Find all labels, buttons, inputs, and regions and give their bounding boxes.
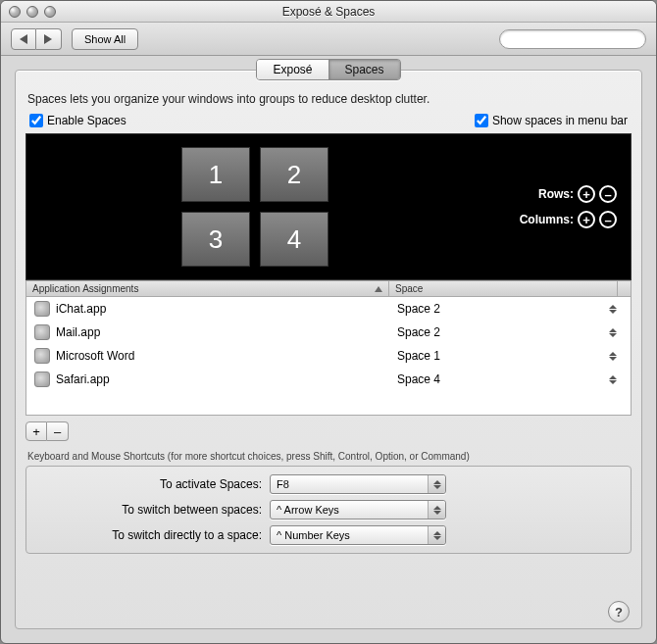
spaces-grid: 1 2 3 4 xyxy=(181,147,328,267)
direct-value: ^ Number Keys xyxy=(277,529,350,541)
columns-remove-button[interactable]: – xyxy=(599,211,617,228)
table-row[interactable]: Microsoft Word Space 1 xyxy=(26,344,631,368)
space-value: Space 2 xyxy=(397,325,440,339)
show-all-button[interactable]: Show All xyxy=(72,28,138,50)
app-icon xyxy=(34,348,50,364)
back-button[interactable] xyxy=(11,28,36,50)
space-2[interactable]: 2 xyxy=(260,147,328,202)
direct-popup[interactable]: ^ Number Keys xyxy=(270,525,446,545)
switch-row: To switch between spaces: ^ Arrow Keys xyxy=(36,500,621,520)
toolbar: Show All xyxy=(1,23,656,56)
pane: Exposé Spaces Spaces lets you organize y… xyxy=(15,70,642,629)
content-area: Exposé Spaces Spaces lets you organize y… xyxy=(1,56,656,643)
back-icon xyxy=(20,34,28,44)
space-stepper[interactable] xyxy=(609,352,619,361)
rowcol-controls: Rows: + – Columns: + – xyxy=(476,142,623,272)
traffic-lights xyxy=(9,6,56,18)
sort-ascending-icon xyxy=(375,286,382,292)
columns-label: Columns: xyxy=(520,213,574,226)
tab-bar: Exposé Spaces xyxy=(25,59,632,80)
columns-control: Columns: + – xyxy=(520,211,617,228)
scrollbar-header xyxy=(617,281,631,296)
direct-label: To switch directly to a space: xyxy=(36,528,262,542)
app-icon xyxy=(34,372,50,387)
col-application[interactable]: Application Assignments xyxy=(26,281,389,296)
add-app-button[interactable]: + xyxy=(25,421,47,441)
table-row[interactable]: Safari.app Space 4 xyxy=(26,368,631,391)
app-name: Microsoft Word xyxy=(56,349,134,363)
space-4[interactable]: 4 xyxy=(260,212,328,267)
forward-icon xyxy=(44,34,53,44)
table-row[interactable]: Mail.app Space 2 xyxy=(26,321,631,344)
zoom-button[interactable] xyxy=(44,6,56,18)
switch-popup[interactable]: ^ Arrow Keys xyxy=(270,500,446,520)
enable-spaces-checkbox[interactable] xyxy=(29,114,43,127)
menubar-checkbox[interactable] xyxy=(475,114,488,127)
space-stepper[interactable] xyxy=(609,375,619,384)
app-icon xyxy=(34,301,50,317)
close-button[interactable] xyxy=(9,6,21,18)
help-button[interactable]: ? xyxy=(608,601,630,622)
popup-arrows-icon xyxy=(428,526,445,544)
svg-marker-0 xyxy=(20,34,27,44)
tab-spaces[interactable]: Spaces xyxy=(329,60,400,79)
spaces-grid-wrap: 1 2 3 4 xyxy=(34,142,476,272)
forward-button[interactable] xyxy=(36,28,62,50)
activate-row: To activate Spaces: F8 xyxy=(36,474,621,494)
activate-value: F8 xyxy=(277,478,289,490)
shortcuts-heading: Keyboard and Mouse Shortcuts (for more s… xyxy=(27,451,630,462)
spaces-preview: 1 2 3 4 Rows: + – Columns: + – xyxy=(25,133,632,280)
table-body: iChat.app Space 2 Mail.app S xyxy=(26,297,631,415)
col-space[interactable]: Space xyxy=(389,281,617,296)
svg-marker-1 xyxy=(44,34,52,44)
minimize-button[interactable] xyxy=(26,6,38,18)
titlebar: Exposé & Spaces xyxy=(1,1,656,23)
col-space-label: Space xyxy=(395,283,423,294)
remove-app-button[interactable]: – xyxy=(47,421,69,441)
space-value: Space 2 xyxy=(397,302,440,316)
table-header: Application Assignments Space xyxy=(26,281,631,297)
rows-control: Rows: + – xyxy=(538,185,617,203)
checkbox-row: Enable Spaces Show spaces in menu bar xyxy=(29,114,628,127)
switch-label: To switch between spaces: xyxy=(36,503,262,517)
switch-value: ^ Arrow Keys xyxy=(277,504,339,516)
add-remove-segment: + – xyxy=(25,421,632,441)
rows-remove-button[interactable]: – xyxy=(599,185,617,203)
search-wrap xyxy=(499,29,646,49)
prefs-window: Exposé & Spaces Show All Exposé Spa xyxy=(0,0,657,644)
activate-label: To activate Spaces: xyxy=(36,477,262,491)
columns-add-button[interactable]: + xyxy=(578,211,595,228)
app-name: iChat.app xyxy=(56,302,106,316)
menubar-label: Show spaces in menu bar xyxy=(492,114,628,127)
space-3[interactable]: 3 xyxy=(181,212,250,267)
search-input[interactable] xyxy=(499,29,646,49)
space-stepper[interactable] xyxy=(609,328,619,337)
space-value: Space 4 xyxy=(397,372,440,386)
menubar-check[interactable]: Show spaces in menu bar xyxy=(475,114,628,127)
table-row[interactable]: iChat.app Space 2 xyxy=(26,297,631,321)
col-application-label: Application Assignments xyxy=(32,283,138,294)
space-1[interactable]: 1 xyxy=(181,147,250,202)
space-stepper[interactable] xyxy=(609,305,619,314)
app-icon xyxy=(34,324,50,340)
rows-label: Rows: xyxy=(538,187,574,201)
app-name: Mail.app xyxy=(56,325,100,339)
space-value: Space 1 xyxy=(397,349,440,363)
app-name: Safari.app xyxy=(56,372,110,386)
shortcuts-box: To activate Spaces: F8 To switch between… xyxy=(25,466,632,554)
popup-arrows-icon xyxy=(428,501,445,519)
rows-add-button[interactable]: + xyxy=(578,185,595,203)
direct-row: To switch directly to a space: ^ Number … xyxy=(36,525,621,545)
enable-spaces-check[interactable]: Enable Spaces xyxy=(29,114,126,127)
enable-spaces-label: Enable Spaces xyxy=(47,114,126,127)
activate-popup[interactable]: F8 xyxy=(270,474,446,494)
window-title: Exposé & Spaces xyxy=(1,5,656,19)
nav-segment xyxy=(11,28,62,50)
app-assignments-table: Application Assignments Space iChat.app xyxy=(25,280,632,416)
popup-arrows-icon xyxy=(428,475,445,493)
description-text: Spaces lets you organize your windows in… xyxy=(27,92,630,106)
tab-expose[interactable]: Exposé xyxy=(257,60,328,79)
